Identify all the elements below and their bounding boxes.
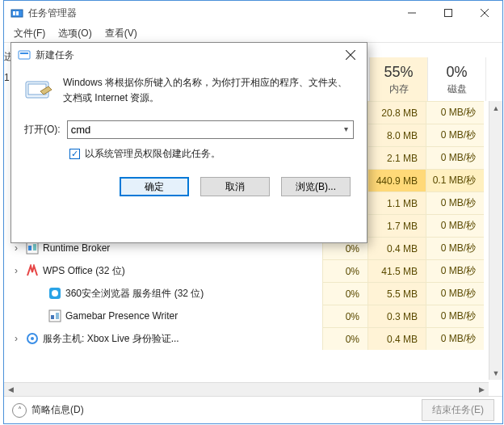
ok-button[interactable]: 确定 <box>120 177 189 196</box>
disk-cell: 0 MB/秒 <box>426 101 484 124</box>
process-name: 360安全浏览器 服务组件 (32 位) <box>65 287 322 301</box>
disk-cell: 0 MB/秒 <box>426 124 484 146</box>
mem-pct: 55% <box>370 64 427 81</box>
cancel-button[interactable]: 取消 <box>200 177 270 196</box>
process-name: 服务主机: Xbox Live 身份验证... <box>43 332 322 346</box>
cpu-cell: 0% <box>322 305 368 327</box>
fewer-details-button[interactable]: ˄ 简略信息(D) <box>12 403 84 418</box>
mem-cell: 0.4 MB <box>368 237 426 259</box>
disk-label: 磁盘 <box>428 82 485 96</box>
process-icon <box>25 331 40 346</box>
disk-cell: 0 MB/秒 <box>426 327 484 350</box>
close-button[interactable] <box>466 1 502 25</box>
disk-cell: 0 MB/秒 <box>426 214 484 237</box>
svg-rect-18 <box>19 51 30 59</box>
dialog-icon <box>18 48 31 61</box>
window-controls <box>393 1 502 25</box>
dialog-title: 新建任务 <box>36 48 74 62</box>
run-icon <box>24 75 53 104</box>
process-icon <box>48 309 62 323</box>
svg-rect-4 <box>444 10 452 17</box>
mem-cell: 41.5 MB <box>368 259 426 282</box>
expand-icon[interactable]: › <box>10 333 22 344</box>
open-input[interactable]: cmd ▾ <box>67 120 354 139</box>
mem-cell: 2.1 MB <box>368 146 426 169</box>
vertical-scrollbar[interactable]: ▲ ▼ <box>489 101 502 380</box>
titlebar[interactable]: 任务管理器 <box>4 1 502 25</box>
disk-cell: 0 MB/秒 <box>426 146 484 169</box>
svg-rect-2 <box>16 11 19 15</box>
disk-cell: 0 MB/秒 <box>426 282 484 305</box>
dialog-buttons: 确定 取消 浏览(B)... <box>24 177 354 196</box>
table-row[interactable]: 360安全浏览器 服务组件 (32 位)0%5.5 MB0 MB/秒 <box>10 282 498 305</box>
cpu-cell: 0% <box>322 259 368 282</box>
table-row[interactable]: ›WPS Office (32 位)0%41.5 MB0 MB/秒 <box>10 259 498 282</box>
svg-rect-15 <box>56 313 59 319</box>
scroll-left-icon[interactable]: ◀ <box>4 383 18 396</box>
admin-checkbox[interactable]: ✓ <box>69 149 80 159</box>
svg-rect-19 <box>20 53 28 54</box>
expand-icon[interactable]: › <box>10 242 22 254</box>
scroll-down-icon[interactable]: ▼ <box>489 366 502 380</box>
disk-cell: 0 MB/秒 <box>426 259 484 282</box>
mem-cell: 0.3 MB <box>368 305 426 327</box>
mem-cell: 0.4 MB <box>368 327 426 350</box>
disk-cell: 0.1 MB/秒 <box>426 169 484 191</box>
menu-options[interactable]: 选项(O) <box>55 25 94 42</box>
browse-button[interactable]: 浏览(B)... <box>281 177 351 196</box>
end-task-label: 结束任务(E) <box>432 404 484 415</box>
svg-point-17 <box>31 337 34 340</box>
dialog-message: Windows 将根据你所键入的名称，为你打开相应的程序、文件夹、文档或 Int… <box>63 75 354 106</box>
footer: ˄ 简略信息(D) 结束任务(E) <box>4 396 502 423</box>
expand-icon[interactable]: › <box>10 265 22 276</box>
disk-pct: 0% <box>428 64 485 81</box>
browse-label: 浏览(B)... <box>296 180 336 194</box>
minimize-button[interactable] <box>393 1 430 25</box>
mem-cell: 5.5 MB <box>368 282 426 305</box>
menu-file[interactable]: 文件(F) <box>10 25 48 42</box>
maximize-button[interactable] <box>430 1 466 25</box>
svg-rect-8 <box>28 246 32 250</box>
cancel-label: 取消 <box>225 180 245 194</box>
dialog-close-button[interactable] <box>334 43 367 67</box>
svg-rect-9 <box>33 244 36 250</box>
mem-cell: 8.0 MB <box>368 124 426 146</box>
process-name: Gamebar Presence Writer <box>65 310 322 322</box>
fewer-details-label: 简略信息(D) <box>32 403 84 417</box>
column-memory[interactable]: 55% 内存 <box>370 57 428 101</box>
end-task-button[interactable]: 结束任务(E) <box>422 399 494 421</box>
mem-label: 内存 <box>370 82 427 96</box>
mem-cell: 1.1 MB <box>368 191 426 214</box>
dialog-body: Windows 将根据你所键入的名称，为你打开相应的程序、文件夹、文档或 Int… <box>11 67 367 196</box>
process-name: Runtime Broker <box>43 242 322 254</box>
open-value: cmd <box>71 124 91 136</box>
disk-cell: 0 MB/秒 <box>426 237 484 259</box>
menubar: 文件(F) 选项(O) 查看(V) <box>4 25 502 43</box>
horizontal-scrollbar[interactable]: ◀ ▶ <box>4 382 489 396</box>
scroll-up-icon[interactable]: ▲ <box>489 101 502 115</box>
dialog-titlebar[interactable]: 新建任务 <box>11 43 367 67</box>
ok-label: 确定 <box>145 180 164 194</box>
scroll-right-icon[interactable]: ▶ <box>475 383 489 396</box>
column-disk[interactable]: 0% 磁盘 <box>428 57 486 101</box>
table-row[interactable]: ›服务主机: Xbox Live 身份验证...0%0.4 MB0 MB/秒 <box>10 327 498 350</box>
chevron-up-icon: ˄ <box>12 403 27 418</box>
open-label: 打开(O): <box>24 123 61 137</box>
cpu-cell: 0% <box>322 327 368 350</box>
cpu-cell: 0% <box>322 282 368 305</box>
svg-rect-1 <box>13 11 15 15</box>
mem-cell: 20.8 MB <box>368 101 426 124</box>
process-icon <box>25 263 40 278</box>
process-icon <box>48 286 62 301</box>
menu-view[interactable]: 查看(V) <box>102 25 141 42</box>
window-title: 任务管理器 <box>28 6 77 20</box>
process-name: WPS Office (32 位) <box>43 264 322 278</box>
disk-cell: 0 MB/秒 <box>426 305 484 327</box>
table-row[interactable]: Gamebar Presence Writer0%0.3 MB0 MB/秒 <box>10 305 498 327</box>
mem-cell: 440.9 MB <box>368 169 426 191</box>
chevron-down-icon[interactable]: ▾ <box>344 124 348 133</box>
svg-rect-14 <box>51 315 54 319</box>
svg-point-12 <box>52 290 58 297</box>
new-task-dialog: 新建任务 Windows 将根据你所键入的名称，为你打开相应的程序、文件夹、文档… <box>10 42 368 243</box>
app-icon <box>10 6 23 19</box>
